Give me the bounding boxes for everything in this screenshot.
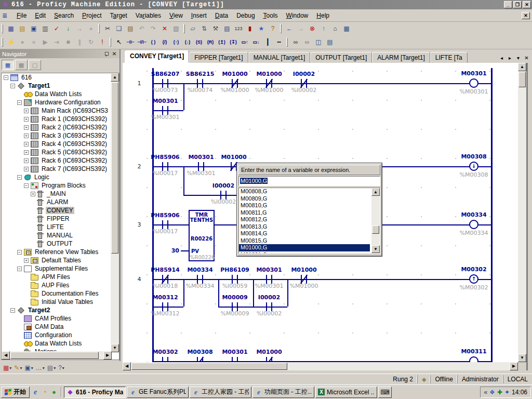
view-grid-button[interactable]: ▦ (2, 60, 14, 70)
editor-scroll-up-button[interactable]: ▲ (518, 63, 526, 71)
negated-coil-button[interactable]: (/) (159, 37, 170, 47)
tree-item-rack-4-ic693chs392-[interactable]: +Rack 4 (IC693CHS392) (2, 140, 111, 148)
tree-scroll-right-button[interactable]: ▶ (103, 351, 112, 360)
tree-item-manual[interactable]: MANUAL (2, 231, 111, 240)
tree-item-apm-files[interactable]: APM Files (2, 273, 111, 281)
stop-exec-button[interactable]: ■ (62, 37, 74, 47)
tree-item-configuration[interactable]: Configuration (2, 331, 111, 339)
tree-item-documentation-files[interactable]: Documentation Files (2, 289, 111, 298)
find-button[interactable]: ∞ (290, 37, 301, 47)
input-method-button[interactable]: ⌨ (378, 387, 392, 398)
stop-button[interactable]: ⊗ (307, 23, 318, 34)
tree-expand-toggle[interactable]: − (10, 84, 15, 88)
normally-closed-contact[interactable] (263, 357, 275, 362)
ie-quicklaunch-button[interactable]: e (31, 387, 40, 397)
view-outline-button[interactable]: ▢ (29, 60, 41, 70)
halt-button[interactable]: ● (17, 37, 28, 47)
tree-item-cam-data[interactable]: CAM Data (2, 323, 111, 331)
forward-button[interactable]: → (295, 23, 307, 34)
variable-list-item[interactable]: M00808,G (239, 188, 370, 195)
tree-expand-toggle[interactable]: − (17, 100, 22, 105)
tree-expand-toggle[interactable]: + (24, 134, 29, 138)
tree-expand-toggle[interactable]: + (24, 125, 29, 130)
variable-list-item[interactable]: M00814,G (239, 230, 370, 237)
minimize-button[interactable]: _ (504, 1, 512, 8)
close-tab-button[interactable]: ✕ (523, 55, 530, 61)
messenger-tray-icon[interactable]: ✦ (504, 389, 510, 396)
editor-scroll-left-button[interactable]: ◀ (123, 362, 131, 370)
menu-file[interactable]: File (12, 10, 31, 21)
save-project-button[interactable]: ▣ (28, 23, 39, 34)
menu-project[interactable]: Project (78, 10, 105, 21)
tree-expand-toggle[interactable]: + (24, 258, 29, 263)
menu-view[interactable]: View (165, 10, 187, 21)
tree-item-default-tables[interactable]: +Default Tables (2, 256, 111, 264)
editor-scroll-down-button[interactable]: ▼ (518, 354, 526, 362)
companion-help-button[interactable]: ? (267, 23, 278, 34)
restart-button[interactable]: ↻ (85, 37, 97, 47)
alert-button[interactable]: ! (97, 37, 108, 47)
tree-item-initial-value-tables[interactable]: Initial Value Tables (2, 298, 111, 306)
variable-list-button[interactable]: 123 (233, 23, 244, 34)
menu-window[interactable]: Window (282, 10, 313, 21)
scroll-tabs-right-button[interactable]: ▸ (507, 55, 513, 61)
editor-hscroll-thumb[interactable] (131, 363, 287, 370)
undo-button[interactable]: ↶ (136, 23, 148, 34)
popup-scroll-down-button[interactable]: ▼ (371, 245, 380, 253)
tree-expand-toggle[interactable]: + (24, 167, 29, 171)
tree-expand-toggle[interactable]: − (17, 175, 22, 180)
taskbar-task-ie[interactable]: e工控人家园 - 工控... (190, 387, 251, 398)
function-up-button[interactable]: ▭↑ (239, 37, 250, 47)
tree-expand-toggle[interactable]: − (24, 183, 29, 188)
vertical-link-button[interactable]: ┃ (262, 37, 273, 47)
tree-expand-toggle[interactable]: + (24, 109, 29, 113)
tree-item-616[interactable]: −616 (2, 73, 111, 82)
output-coil[interactable] (469, 78, 478, 88)
toolbar-grip[interactable] (98, 24, 100, 33)
new-project-button[interactable]: ▦ (5, 23, 17, 34)
output-coil[interactable] (469, 220, 478, 229)
find-next-button[interactable]: ∞ (301, 37, 313, 47)
infoviewer-button[interactable]: ▦ (341, 23, 352, 34)
tab-fipper[interactable]: FIPPER [Target1] (189, 52, 248, 63)
popup-scroll-up-button[interactable]: ▲ (371, 188, 380, 196)
tab-alarm[interactable]: ALARM [Target1] (372, 52, 430, 63)
start-button[interactable]: 开始 (1, 387, 30, 398)
tree-item-target1[interactable]: −Target1 (2, 82, 111, 90)
editor-scroll-right-button[interactable]: ▶ (510, 362, 518, 370)
negative-transition-coil-button[interactable]: (↓) (182, 37, 193, 47)
tab-lifte[interactable]: LIFTE [Ta (430, 52, 468, 63)
machine-edition-button[interactable]: ▣▾ (23, 363, 34, 373)
pin-icon[interactable] (104, 51, 109, 57)
media-player-quicklaunch-button[interactable]: ◔ (40, 387, 49, 397)
retentive-reset-coil-button[interactable]: (↧) (228, 37, 239, 47)
tree-item-lifte[interactable]: LIFTE (2, 223, 111, 231)
browse-button[interactable]: ◫ (313, 37, 324, 47)
network-tray-icon[interactable]: ❖ (489, 389, 495, 396)
toolbar-grip[interactable] (183, 24, 185, 33)
home-button[interactable]: ⌂ (329, 23, 341, 34)
tree-expand-toggle[interactable]: + (24, 117, 29, 122)
copy-button[interactable]: ❏ (113, 23, 125, 34)
tree-expand-toggle[interactable]: − (17, 250, 22, 255)
project-window-button[interactable]: ▱ (187, 23, 198, 34)
variable-list[interactable]: M00808,GM00809,GM00810,GM00811,GM00812,G… (238, 188, 380, 254)
cut-button[interactable]: ✂ (102, 23, 113, 34)
menu-tools[interactable]: Tools (259, 10, 282, 21)
horizontal-link-button[interactable]: ┅ (273, 37, 285, 47)
tree-expand-toggle[interactable]: + (24, 158, 29, 163)
normally-open-contact-button[interactable]: ⊣⊢ (125, 37, 136, 47)
taskbar-task-excel[interactable]: XMicrosoft Excel ... (315, 387, 377, 398)
tree-expand-toggle[interactable]: − (4, 75, 8, 80)
tab-convey[interactable]: CONVEY [Target1] (125, 50, 189, 63)
variable-list-item[interactable]: M00815,G (239, 237, 370, 245)
retentive-set-coil-button[interactable]: (↥) (216, 37, 228, 47)
validate-button[interactable]: ✓ (51, 23, 62, 34)
pause-button[interactable]: ∥ (74, 37, 85, 47)
watch-button[interactable]: ▤ (324, 37, 336, 47)
collapse-tray-icon[interactable]: « (484, 389, 487, 396)
tree-item-rack-2-ic693chs392-[interactable]: +Rack 2 (IC693CHS392) (2, 123, 111, 131)
mdi-close-button[interactable]: ✕ (522, 12, 530, 19)
tree-hscroll-thumb[interactable] (10, 352, 99, 359)
tab-manual[interactable]: MANUAL [Target1] (248, 52, 311, 63)
